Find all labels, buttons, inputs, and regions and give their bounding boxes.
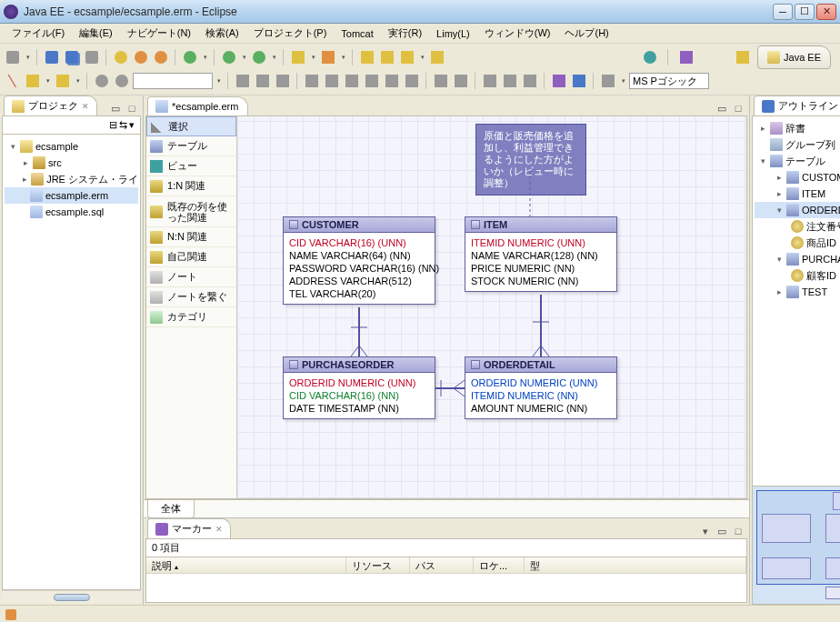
align-middle-button[interactable] [383,72,401,90]
outline-purchaseorder[interactable]: ▾PURCHASEORDER [755,251,840,267]
align-bottom-button[interactable] [403,72,421,90]
run-last-button[interactable] [250,48,268,66]
align-right-button[interactable] [343,72,361,90]
editor-tab-erm[interactable]: *ecsample.erm [147,96,248,115]
new-button[interactable] [4,48,22,66]
outline-orderdetail[interactable]: ▾ORDERDETAIL [755,202,840,218]
view-minimize-icon[interactable]: ▭ [108,101,123,115]
zoom-level-combo[interactable] [133,73,213,89]
entity-purchaseorder[interactable]: PURCHASEORDER ORDERID NUMERIC (UNN)CID V… [283,356,435,419]
view-menu-icon[interactable]: ▾ [129,119,135,131]
vspace-button[interactable] [452,72,470,90]
menu-file[interactable]: ファイル(F) [5,25,71,42]
hspace-button[interactable] [432,72,450,90]
font-name-combo[interactable]: MS Pゴシック [629,73,709,89]
export-img-button[interactable] [570,72,588,90]
markers-minimize-icon[interactable]: ▭ [715,524,729,538]
perspective-javaee[interactable]: Java EE [757,45,831,69]
zoom-dropdown[interactable]: ▾ [215,72,223,90]
outline-groups[interactable]: グループ列 [755,136,840,153]
undo-dropdown[interactable]: ▾ [44,72,52,90]
tree-src[interactable]: ▸ src [5,155,138,171]
project-hscrollbar[interactable] [2,590,141,603]
debug-button[interactable] [181,48,199,66]
markers-menu-icon[interactable]: ▾ [698,524,713,538]
markers-col-location[interactable]: ロケ... [474,557,525,573]
tree-project-root[interactable]: ▾ ecsample [5,138,138,155]
zoom-in-button[interactable] [93,72,111,90]
align-left-button[interactable] [303,72,321,90]
tree-jre[interactable]: ▸ JRE システム・ライ [5,171,138,187]
print-button[interactable] [83,48,101,66]
view-maximize-icon[interactable]: □ [125,101,139,115]
limy-icon[interactable] [677,48,695,66]
palette-note[interactable]: ノート [146,267,236,287]
menu-limy[interactable]: Limy(L) [430,26,476,41]
markers-col-desc[interactable]: 説明 ▴ [146,557,346,573]
same-height-button[interactable] [501,72,519,90]
link-editor-icon[interactable]: ⇆ [119,119,127,131]
cut-button[interactable] [4,72,22,90]
outline-od-orderno[interactable]: 注文番号 [755,218,840,235]
refresh-button[interactable] [599,72,617,90]
redo-dropdown[interactable]: ▾ [74,72,82,90]
align-top-button[interactable] [363,72,381,90]
zoom-out-button[interactable] [113,72,131,90]
annotate-button[interactable] [428,48,446,66]
outline-tab[interactable]: アウトライン ✕ [754,95,840,115]
same-size-button[interactable] [521,72,539,90]
tree-erm-file[interactable]: ecsample.erm [5,187,138,204]
outline-thumbnail[interactable] [753,486,840,604]
menu-window[interactable]: ウィンドウ(W) [478,25,557,42]
new-package-dropdown[interactable]: ▾ [339,48,347,66]
color-button[interactable] [550,72,568,90]
same-width-button[interactable] [481,72,499,90]
open-perspective-button[interactable] [734,48,752,66]
save-all-button[interactable] [63,48,81,66]
search-button[interactable] [398,48,416,66]
refresh-dropdown[interactable]: ▾ [619,72,627,90]
save-button[interactable] [43,48,61,66]
palette-select[interactable]: 選択 [146,116,236,136]
markers-col-path[interactable]: パス [410,557,474,573]
outline-test[interactable]: ▸TEST [755,284,840,300]
entity-orderdetail[interactable]: ORDERDETAIL ORDERID NUMERIC (UNN)ITEMID … [465,356,617,419]
outline-od-itemid[interactable]: 商品ID [755,235,840,251]
editor-minimize-icon[interactable]: ▭ [715,101,729,115]
minimize-button[interactable]: ─ [773,4,793,20]
collapse-all-icon[interactable]: ⊟ [109,119,117,131]
align-center-button[interactable] [323,72,341,90]
debug-dropdown[interactable]: ▾ [201,48,209,66]
new-server-button[interactable] [289,48,307,66]
entity-customer[interactable]: CUSTOMER CID VARCHAR(16) (UNN)NAME VARCH… [283,216,435,305]
markers-table[interactable]: 説明 ▴ リソース パス ロケ... 型 [145,557,747,603]
diagram-canvas[interactable]: 原価と販売価格を追加し、利益管理できるようにした方がよいか（レビュー時に調整） … [237,116,746,498]
editor-maximize-icon[interactable]: □ [731,101,745,115]
palette-nn[interactable]: N:N 関連 [146,227,236,247]
menu-project[interactable]: プロジェクト(P) [247,25,334,42]
new-server-dropdown[interactable]: ▾ [309,48,317,66]
menu-edit[interactable]: 編集(E) [73,25,119,42]
tomcat-stop-button[interactable] [132,48,150,66]
markers-maximize-icon[interactable]: □ [731,524,745,538]
new-dropdown[interactable]: ▾ [24,48,32,66]
maximize-button[interactable]: ☐ [795,4,815,20]
palette-1n[interactable]: 1:N 関連 [146,176,236,196]
undo-button[interactable] [24,72,42,90]
run-button[interactable] [220,48,238,66]
tomcat-start-button[interactable] [112,48,130,66]
canvas-tab-all[interactable]: 全体 [147,500,195,518]
outline-tree[interactable]: ▸辞書 グループ列 ▾テーブル ▸CUSTOMER ▸ITEM ▾ORDERDE… [753,116,840,486]
new-package-button[interactable] [319,48,337,66]
palette-category[interactable]: カテゴリ [146,307,236,327]
redo-button[interactable] [54,72,72,90]
tooltip-button[interactable] [254,72,272,90]
open-task-button[interactable] [378,48,396,66]
outline-customer[interactable]: ▸CUSTOMER [755,169,840,186]
web-browser-icon[interactable] [641,48,659,66]
palette-self[interactable]: 自己関連 [146,247,236,267]
close-button[interactable]: ✕ [816,4,836,20]
menu-search[interactable]: 検索(A) [199,25,245,42]
menu-help[interactable]: ヘルプ(H) [558,25,615,42]
palette-reuse[interactable]: 既存の列を使った関連 [146,196,236,227]
